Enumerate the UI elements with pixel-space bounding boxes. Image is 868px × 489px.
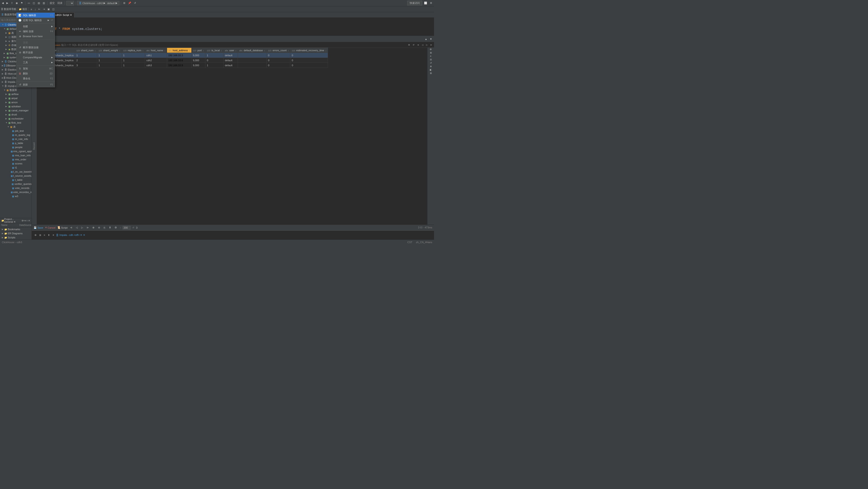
tree-rms-cgrant-apply[interactable]: ▶ ▦ rms_cgrant_apply: [0, 149, 32, 153]
menu-reconnect[interactable]: ↺ 断开/重新连接: [17, 45, 55, 50]
cell-row-3-host-name[interactable]: cdh3: [145, 63, 167, 68]
tree-t-table[interactable]: ▶ ▦ t_table: [0, 178, 32, 182]
th-host-name[interactable]: abc host_name ↕: [145, 48, 167, 53]
cell-row-2-host-name[interactable]: cdh2: [145, 58, 167, 63]
sql-content[interactable]: ▶ SELECT * FROM system.clusters;: [40, 19, 434, 35]
menu-copy[interactable]: ⎘ 复制 ⌘C: [17, 66, 55, 71]
cell-row-3-shard-weight[interactable]: 1: [97, 63, 122, 68]
rollback-btn[interactable]: 回滚: [57, 1, 63, 5]
tree-databases-folder[interactable]: ▼ ▦ 数据库: [0, 88, 32, 92]
home-btn[interactable]: ⇧: [10, 1, 14, 5]
filter-nav-prev[interactable]: ◁: [421, 43, 424, 46]
limit-input[interactable]: [123, 226, 130, 230]
tree-airflow[interactable]: ▶ ▦ airflow: [0, 92, 32, 96]
lock-btn[interactable]: ⚑: [20, 1, 24, 5]
cell-row-3-replica-num[interactable]: 1: [122, 63, 145, 68]
tree-vote-records[interactable]: ▶ ▦ vote_records: [0, 186, 32, 190]
cell-row-3-errors[interactable]: 0: [267, 63, 290, 68]
th-is-local[interactable]: 123 is_local ↕: [206, 48, 223, 53]
nav-btn5[interactable]: ▣: [46, 7, 51, 11]
rect4-btn[interactable]: ▥: [42, 1, 46, 5]
tree-azkaban[interactable]: ▶ ▦ azkaban: [0, 104, 32, 108]
tree-canal-manager[interactable]: ▶ ▦ canal_manager: [0, 108, 32, 112]
tree-w3[interactable]: ▶ ▦ w3: [0, 194, 32, 198]
tree-t-ec-uw[interactable]: ▶ ▦ t_ec_uw_baseinfo: [0, 170, 32, 174]
cell-row-1-port[interactable]: 9,000: [191, 53, 206, 58]
cell-row-3-user[interactable]: default: [223, 63, 238, 68]
cell-row-3-shard-num[interactable]: 3: [75, 63, 97, 68]
cell-row-3-default-db[interactable]: [238, 63, 267, 68]
cell-row-3-est-recovery[interactable]: 0: [290, 63, 328, 68]
cell-row-2-errors[interactable]: 0: [267, 58, 290, 63]
grid-btn[interactable]: ⊞: [122, 1, 126, 5]
cell-row-1-host-addr[interactable]: 192.168.33.3: [167, 53, 191, 58]
project-close-btn[interactable]: ✕: [28, 220, 30, 222]
project-er-diagrams[interactable]: ▶ 📁 ER Diagrams: [0, 231, 32, 235]
dup-row-btn[interactable]: ⎘: [103, 226, 106, 230]
cell-row-1-shard-weight[interactable]: 1: [97, 53, 122, 58]
nav-last-btn[interactable]: ⊳: [86, 226, 90, 230]
menu-delete[interactable]: 🗑 删除 ⌦: [17, 71, 55, 76]
script-btn[interactable]: ◉: [15, 1, 19, 5]
result-expand-btn[interactable]: ▼: [429, 37, 433, 41]
tree-t1[interactable]: ▶ ▦ t1: [0, 166, 32, 170]
maximize-btn[interactable]: ⬜: [423, 1, 428, 5]
nav-btn6[interactable]: ◫: [51, 7, 55, 11]
forward-btn[interactable]: ▶: [5, 1, 9, 5]
cell-row-2-est-recovery[interactable]: 0: [290, 58, 328, 63]
tree-job-test[interactable]: ▶ ▦ job_test: [0, 129, 32, 133]
cell-row-3-is-local[interactable]: 1: [206, 63, 223, 68]
save-btn[interactable]: 💾 Save: [34, 226, 43, 229]
cell-row-1-est-recovery[interactable]: 0: [290, 53, 328, 58]
back-btn[interactable]: ◀: [1, 1, 4, 5]
menu-rename[interactable]: 重命名 F2: [17, 76, 55, 81]
pin-btn[interactable]: 📌: [127, 1, 132, 5]
cell-row-3-host-addr[interactable]: 192.168.33.9: [167, 63, 191, 68]
filter-refresh-btn[interactable]: ↺: [412, 43, 415, 46]
impala-close-btn[interactable]: ✕: [52, 233, 55, 237]
result-collapse-btn[interactable]: ▲: [424, 37, 428, 41]
nav-first-btn[interactable]: ⊲: [69, 226, 73, 230]
cell-row-3-port[interactable]: 9,000: [191, 63, 206, 68]
cell-row-2-host-addr[interactable]: 192.168.33.6: [167, 58, 191, 63]
menu-recent-sql[interactable]: 🕐 近期 SQL 编辑器 ▶ ↺: [17, 18, 55, 23]
tree-scores[interactable]: ▶ ▦ scores: [0, 162, 32, 166]
impala-tab-close[interactable]: ✕: [83, 234, 85, 236]
side-btn-1[interactable]: ⚙: [429, 47, 432, 51]
rect1-btn[interactable]: ▭: [27, 1, 31, 5]
tree-p-table[interactable]: ▶ ▦ p_table: [0, 141, 32, 145]
tree-people[interactable]: ▶ ▦ people: [0, 145, 32, 149]
impala-tab[interactable]: 🗄 Impala - cdh <off> ✕ ✕: [56, 234, 85, 236]
th-port[interactable]: 123 port ↕: [191, 48, 206, 53]
cell-row-2-replica-num[interactable]: 1: [122, 58, 145, 63]
menu-browse-here[interactable]: ⊛ Browse from here: [17, 34, 55, 39]
menu-sql-editor[interactable]: 📝 SQL 编辑器 F3: [17, 13, 55, 18]
impala-settings-btn[interactable]: ⚙: [34, 233, 37, 237]
del-row-btn[interactable]: ⊖: [97, 226, 101, 230]
side-btn-8[interactable]: ⊞: [430, 71, 432, 75]
cell-row-1-errors[interactable]: 0: [267, 53, 290, 58]
tree-m-rule-info[interactable]: ▶ ▦ m_rule_info: [0, 137, 32, 141]
tree-verifier-queries[interactable]: ▶ ▦ verifier_queries: [0, 182, 32, 186]
export-btn[interactable]: ⬆: [108, 226, 112, 230]
filter-nav-first[interactable]: ⊲: [416, 43, 420, 46]
result-settings-btn[interactable]: ⚙: [114, 226, 118, 230]
project-link-btn[interactable]: ⇔: [25, 220, 26, 222]
cell-row-2-port[interactable]: 9,000: [191, 58, 206, 63]
menu-edit-conn[interactable]: ✏ 编辑 连接 F4: [17, 29, 55, 34]
cell-row-2-user[interactable]: default: [223, 58, 238, 63]
menu-tools[interactable]: 工具 ▶: [17, 60, 55, 65]
tree-amon[interactable]: ▶ ▦ amon: [0, 100, 32, 104]
side-btn-5[interactable]: ↺: [430, 61, 432, 65]
tree-vote-recordss-memory[interactable]: ▶ ▦ vote_recordss_memory: [0, 190, 32, 194]
tree-druid[interactable]: ▶ ▦ druid: [0, 112, 32, 117]
nav-prev-btn[interactable]: ◁: [75, 226, 79, 230]
menu-disconnect[interactable]: ⊘ 断开连接: [17, 50, 55, 55]
cell-row-2-is-local[interactable]: 0: [206, 58, 223, 63]
project-collapse-btn[interactable]: —: [26, 220, 28, 222]
side-btn-7[interactable]: ◧: [429, 68, 432, 71]
impala-export-btn[interactable]: ⬆: [47, 233, 51, 237]
impala-list-btn[interactable]: ≡: [43, 233, 46, 237]
th-host-address[interactable]: abc host_address ↕: [167, 48, 191, 53]
table-scroll-area[interactable]: # abc cluster ↕ 123 shard_num ↕: [37, 47, 427, 225]
